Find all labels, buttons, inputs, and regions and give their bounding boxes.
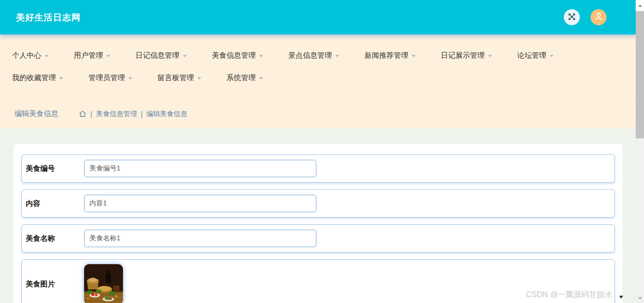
nav-item-personal-center[interactable]: 个人中心 [12,44,49,67]
nav-item-user-management[interactable]: 用户管理 [74,44,110,67]
breadcrumb-trail: | 美食信息管理 | 编辑美食信息 [79,110,187,118]
triangle-down-icon [638,297,642,300]
content-label: 内容 [26,199,84,208]
nav-item-news-recommend[interactable]: 新闻推荐管理 [365,44,416,67]
user-icon [594,12,604,23]
nav-item-diary-display[interactable]: 日记展示管理 [441,44,492,67]
chevron-down-icon [59,77,63,80]
chevron-down-icon [197,77,201,80]
main-nav: 个人中心 用户管理 日记信息管理 美食信息管理 景点信息管理 新闻推荐管理 日记… [0,34,636,99]
form-row-food-image: 美食图片 [21,259,615,303]
content-input[interactable] [84,195,316,212]
chevron-down-icon [106,55,110,57]
profile-button[interactable] [591,9,607,25]
chevron-down-icon [45,55,49,57]
app-header: 美好生活日志网 [0,0,636,34]
nav-item-admin-management[interactable]: 管理员管理 [88,67,132,89]
triangle-up-icon [638,4,642,7]
food-image-label: 美食图片 [26,280,84,289]
scrollbar-thumb[interactable] [636,11,644,138]
edit-food-form-panel: 美食编号 内容 美食名称 美食图片 [14,144,623,303]
breadcrumb-current: 编辑美食信息 [146,110,187,118]
form-row-food-id: 美食编号 [21,154,615,183]
food-id-label: 美食编号 [26,164,84,173]
nav-item-message-board[interactable]: 留言板管理 [157,67,201,89]
chevron-down-icon [128,77,132,80]
page: 美好生活日志网 [0,0,636,303]
scroll-up-arrow[interactable] [636,0,644,11]
fullscreen-button[interactable] [564,9,580,25]
home-icon[interactable] [79,110,87,118]
header-actions [553,9,607,25]
nav-item-favorites[interactable]: 我的收藏管理 [12,67,63,89]
food-id-input[interactable] [84,160,316,177]
breadcrumb: 编辑美食信息 | 美食信息管理 | 编辑美食信息 [0,99,636,129]
chevron-down-icon [488,55,492,57]
form-row-content: 内容 [21,189,615,218]
breadcrumb-link-food-management[interactable]: 美食信息管理 [96,110,137,118]
main-content: 美食编号 内容 美食名称 美食图片 [0,129,636,303]
food-name-input[interactable] [84,230,316,247]
chevron-down-icon [259,55,263,57]
nav-item-forum[interactable]: 论坛管理 [517,44,554,67]
chevron-down-icon [183,55,187,57]
nav-item-scenic-info[interactable]: 景点信息管理 [288,44,339,67]
scrollbar[interactable] [636,0,644,303]
nav-item-diary-info[interactable]: 日记信息管理 [136,44,187,67]
chevron-down-icon [259,77,263,80]
chevron-down-icon [550,55,554,57]
breadcrumb-separator: | [141,110,143,118]
breadcrumb-separator: | [90,110,92,118]
nav-item-system[interactable]: 系统管理 [226,67,263,89]
site-title: 美好生活日志网 [16,12,81,23]
chevron-down-icon [335,55,339,57]
expand-arrows-icon [568,13,576,22]
chevron-down-icon [412,55,416,57]
food-name-label: 美食名称 [26,234,84,243]
form-row-food-name: 美食名称 [21,224,615,252]
scroll-down-arrow[interactable] [636,293,644,303]
nav-item-food-info[interactable]: 美食信息管理 [212,44,263,67]
food-image[interactable] [84,264,123,303]
page-title: 编辑美食信息 [15,109,58,118]
